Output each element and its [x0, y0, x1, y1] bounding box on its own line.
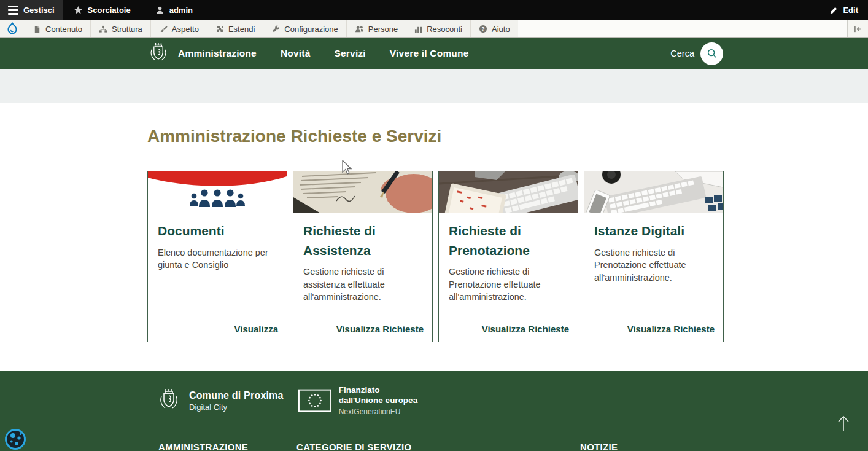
card-image-dark-desk	[439, 171, 578, 213]
drupal-drop-icon	[6, 22, 19, 36]
main-navigation: Amministrazione Novità Servizi Vivere il…	[178, 48, 469, 59]
eu-funding-block: Finanziato dall'Unione europea NextGener…	[298, 385, 417, 417]
card-title: Istanze Digitali	[594, 221, 713, 241]
municipal-crest-logo[interactable]	[147, 41, 169, 66]
scroll-to-top-button[interactable]	[835, 414, 852, 433]
paintbrush-icon	[159, 25, 168, 33]
card-richieste-assistenza: Richieste di Assistenza Gestione richies…	[293, 171, 433, 342]
toolbar-item-content[interactable]: Contenuto	[25, 20, 90, 37]
eu-funding-line3: NextGenerationEU	[339, 407, 417, 417]
card-link-visualizza[interactable]: Visualizza	[234, 324, 278, 334]
toolbar-item-structure[interactable]: Struttura	[90, 20, 150, 37]
pencil-icon	[829, 6, 838, 15]
footer-site-name: Comune di Proxima	[189, 390, 284, 401]
cookie-widget-button[interactable]	[4, 428, 26, 450]
star-icon	[74, 6, 83, 15]
eu-funding-line1: Finanziato	[339, 385, 417, 396]
help-icon: ?	[479, 25, 487, 33]
toolbar-item-appearance[interactable]: Aspetto	[150, 20, 207, 37]
footer-site-tagline: Digital City	[189, 402, 284, 412]
cards-row: Documenti Elenco documentazione per giun…	[147, 171, 724, 342]
collapse-left-icon	[853, 25, 862, 33]
card-description: Elenco documentazione per giunta e Consi…	[158, 246, 277, 272]
toolbar-item-extend[interactable]: Estendi	[207, 20, 263, 37]
page-title: Amministrazione Richieste e Servizi	[147, 127, 441, 146]
card-image-light-desk	[584, 171, 723, 213]
card-link-visualizza-richieste[interactable]: Visualizza Richieste	[336, 324, 424, 334]
card-image-people-group	[148, 171, 287, 213]
search-button[interactable]	[700, 42, 723, 65]
toolbar-orientation-toggle[interactable]	[847, 20, 868, 37]
card-description: Gestione richieste di Prenotazione effet…	[594, 246, 713, 284]
manage-label: Gestisci	[23, 6, 55, 15]
search-icon	[707, 48, 718, 59]
nav-item-novita[interactable]: Novità	[281, 48, 311, 59]
sitemap-icon	[99, 25, 107, 33]
admin-toolbar: Gestisci Scorciatoie admin Edit	[0, 0, 868, 20]
hamburger-icon	[8, 6, 18, 15]
footer-crest-logo	[157, 386, 181, 415]
puzzle-icon	[215, 25, 224, 33]
people-icon	[355, 25, 364, 33]
edit-tab[interactable]: Edit	[821, 0, 868, 20]
drupal-logo[interactable]	[0, 20, 25, 37]
nav-item-vivere-il-comune[interactable]: Vivere il Comune	[390, 48, 469, 59]
search-label: Cerca	[670, 49, 694, 58]
manage-tab[interactable]: Gestisci	[0, 0, 63, 20]
card-description: Gestione richieste di Prenotazione effet…	[449, 265, 568, 304]
card-link-visualizza-richieste[interactable]: Visualizza Richieste	[627, 324, 715, 334]
card-link-visualizza-richieste[interactable]: Visualizza Richieste	[482, 324, 569, 334]
document-icon	[33, 25, 41, 33]
site-footer: Comune di Proxima Digital City Finanziat…	[0, 371, 868, 451]
svg-text:?: ?	[481, 26, 484, 32]
user-tab[interactable]: admin	[147, 0, 201, 20]
card-istanze-digitali: Istanze Digitali Gestione richieste di P…	[584, 171, 724, 342]
edit-label: Edit	[843, 6, 858, 15]
toolbar-item-people[interactable]: Persone	[346, 20, 406, 37]
shortcuts-label: Scorciatoie	[88, 6, 131, 15]
shortcuts-tab[interactable]: Scorciatoie	[66, 0, 139, 20]
eu-funding-line2: dall'Unione europea	[339, 396, 417, 406]
footer-heading-categorie: CATEGORIE DI SERVIZIO	[296, 442, 411, 451]
nav-item-servizi[interactable]: Servizi	[334, 48, 365, 59]
wrench-icon	[271, 25, 280, 33]
nav-item-amministrazione[interactable]: Amministrazione	[178, 48, 257, 59]
drupal-menu-toolbar: Contenuto Struttura Aspetto Estendi Conf…	[0, 20, 868, 38]
footer-heading-amministrazione: AMMINISTRAZIONE	[158, 442, 248, 451]
toolbar-item-reports[interactable]: Resoconti	[406, 20, 470, 37]
user-icon	[155, 6, 165, 15]
card-documenti: Documenti Elenco documentazione per giun…	[147, 171, 287, 342]
toolbar-item-configuration[interactable]: Configurazione	[263, 20, 346, 37]
toolbar-item-help[interactable]: ? Aiuto	[470, 20, 518, 37]
card-title: Richieste di Prenotazione	[449, 221, 568, 260]
footer-heading-notizie: NOTIZIE	[580, 442, 618, 451]
card-title: Documenti	[158, 221, 277, 241]
card-image-hand-signing	[293, 171, 432, 213]
eu-flag-icon	[298, 389, 331, 412]
card-description: Gestione richieste di assistenza effettu…	[303, 265, 422, 304]
breadcrumb-band	[0, 69, 868, 103]
user-label: admin	[169, 6, 193, 15]
card-richieste-prenotazione: Richieste di Prenotazione Gestione richi…	[438, 171, 578, 342]
site-header: Amministrazione Novità Servizi Vivere il…	[0, 38, 868, 69]
card-title: Richieste di Assistenza	[303, 221, 422, 260]
header-search[interactable]: Cerca	[670, 42, 723, 65]
bar-chart-icon	[414, 25, 422, 33]
